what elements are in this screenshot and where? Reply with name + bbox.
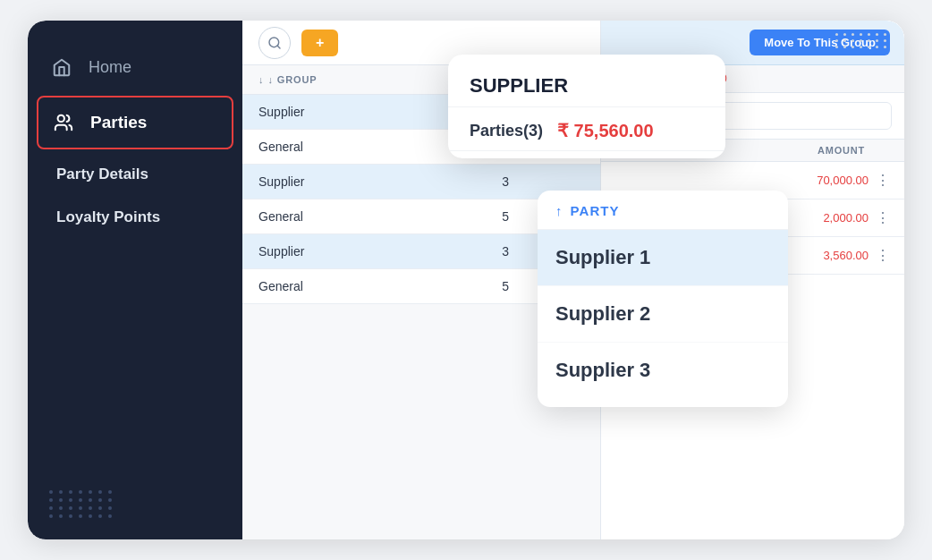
group-cell: Supplier xyxy=(258,244,419,259)
party-dropdown-item-2[interactable]: Supplier 2 xyxy=(538,286,788,343)
sidebar: Home Parties Party Details Loyalty Point… xyxy=(28,21,242,539)
right-dots-decoration xyxy=(835,33,888,48)
main-card: Home Parties Party Details Loyalty Point… xyxy=(28,21,904,539)
sidebar-sub-party-details[interactable]: Party Details xyxy=(28,153,242,196)
group-cell: Supplier xyxy=(258,105,419,119)
party-cell: 5 xyxy=(419,279,509,293)
row-menu-icon[interactable]: ⋮ xyxy=(876,247,890,264)
row-menu-icon[interactable]: ⋮ xyxy=(876,209,890,226)
sort-down-icon: ↓ xyxy=(258,74,264,85)
sidebar-sub-loyalty-points[interactable]: Loyalty Points xyxy=(28,196,242,239)
amount-cell: 70,000.00 xyxy=(817,174,868,187)
row-menu-icon[interactable]: ⋮ xyxy=(876,172,890,189)
add-icon: + xyxy=(316,35,324,51)
party-dropdown: ↑ PARTY Supplier 1 Supplier 2 Supplier 3 xyxy=(538,191,788,407)
sidebar-item-parties-label: Parties xyxy=(90,113,147,132)
party-dropdown-item-3[interactable]: Supplier 3 xyxy=(538,343,788,398)
sidebar-item-parties[interactable]: Parties xyxy=(37,96,233,149)
group-cell: General xyxy=(258,279,419,293)
sidebar-item-home[interactable]: Home xyxy=(28,42,242,92)
supplier-popup: SUPPLIER Parties(3) ₹ 75,560.00 xyxy=(448,55,725,158)
group-cell: Supplier xyxy=(258,174,419,189)
add-button[interactable]: + xyxy=(301,30,338,56)
users-icon xyxy=(51,110,76,135)
supplier-total-amount: ₹ 75,560.00 xyxy=(557,120,654,141)
sidebar-sub-menu: Party Details Loyalty Points xyxy=(28,153,242,239)
party-cell: 3 xyxy=(419,244,509,259)
amount-cell: 3,560.00 xyxy=(823,249,868,262)
sidebar-item-home-label: Home xyxy=(89,58,131,77)
sort-up-icon: ↑ xyxy=(555,203,563,218)
group-cell: General xyxy=(258,140,419,154)
dots-decoration xyxy=(49,490,221,518)
main-content: + ↓ ↓ GROUP PARTY Supplier 3 General xyxy=(242,21,904,539)
supplier-parties-count: Parties(3) xyxy=(470,122,543,140)
party-cell: 3 xyxy=(419,174,509,189)
supplier-popup-title: SUPPLIER xyxy=(448,55,725,107)
party-dropdown-header: ↑ PARTY xyxy=(538,191,788,230)
search-button[interactable] xyxy=(258,27,291,59)
group-cell: General xyxy=(258,209,419,224)
party-cell: 5 xyxy=(419,209,509,224)
amount-column-header: AMOUNT xyxy=(818,145,865,156)
svg-line-2 xyxy=(277,46,280,48)
col-group: ↓ ↓ GROUP xyxy=(258,74,419,85)
supplier-popup-stats: Parties(3) ₹ 75,560.00 xyxy=(448,107,725,151)
party-dropdown-label: PARTY xyxy=(571,203,620,218)
party-dropdown-item-1[interactable]: Supplier 1 xyxy=(538,230,788,286)
home-icon xyxy=(49,55,74,80)
amount-cell: 2,000.00 xyxy=(823,211,868,225)
svg-point-0 xyxy=(58,115,64,122)
